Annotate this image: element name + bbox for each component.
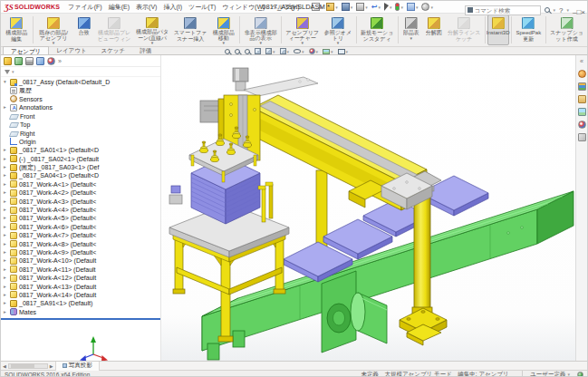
show-hidden-components-button[interactable]: 非表示構成部品の表示▾: [242, 14, 279, 45]
assembly-features-button[interactable]: アセンブリフィーチャー▾: [284, 14, 321, 45]
menu-item[interactable]: 編集(E): [109, 3, 130, 12]
tab-レイアウト[interactable]: レイアウト: [49, 46, 93, 54]
panel-splitter[interactable]: [1, 318, 160, 320]
tab-scrollbar[interactable]: [8, 363, 48, 369]
tree-item[interactable]: ▸0817_Work-A<14> (Default: [1, 291, 160, 299]
tree-item[interactable]: ▸0817_Work-A<10> (Default: [1, 256, 160, 265]
tree-item[interactable]: Origin: [1, 138, 160, 146]
tree-caret-icon[interactable]: ▸: [4, 248, 8, 256]
tree-caret-icon[interactable]: ▸: [4, 103, 8, 111]
rebuild-button[interactable]: ▾: [395, 3, 403, 11]
exploded-view-button[interactable]: 分解図: [423, 14, 445, 45]
tree-caret-icon[interactable]: ▸: [4, 198, 8, 206]
select-button[interactable]: ▾: [384, 3, 392, 11]
tree-caret-icon[interactable]: ▸: [4, 163, 8, 171]
mate-button[interactable]: 合致: [73, 14, 95, 45]
tree-item[interactable]: ▸_0817_SA01<1> (Default<D: [1, 146, 160, 154]
tree-item[interactable]: ▸Annotations: [1, 103, 160, 111]
tree-item[interactable]: ▸Mates: [1, 308, 160, 316]
new-motion-study-button[interactable]: 新規モーションスタディ: [359, 14, 396, 45]
tree-caret-icon[interactable]: ▸: [4, 291, 8, 299]
update-speedpak-button[interactable]: SpeedPak更新: [514, 14, 544, 45]
tree-item[interactable]: ▸(固定) _0817_SA03<1> (Def: [1, 163, 160, 171]
tree-item[interactable]: ▸0817_Work-A<11> (Default: [1, 266, 160, 274]
scroll-left-icon[interactable]: ◀: [3, 363, 6, 369]
menu-item[interactable]: 表示(V): [136, 3, 157, 12]
motion-study-tab[interactable]: 写真投影: [55, 362, 100, 371]
display-style-button[interactable]: ▾: [280, 48, 290, 54]
view-orientation-button[interactable]: ▾: [265, 48, 275, 54]
tree-filter[interactable]: ▾: [1, 67, 160, 77]
tree-caret-icon[interactable]: ▸: [4, 240, 8, 248]
help-dropdown-icon[interactable]: ▾: [567, 7, 570, 13]
previous-view-button[interactable]: [245, 49, 250, 54]
file-properties-button[interactable]: ▾: [407, 3, 419, 11]
tree-caret-icon[interactable]: ▸: [4, 274, 8, 282]
section-view-button[interactable]: [255, 48, 261, 54]
tree-item[interactable]: ▸0817_Work-A<4> (Default<: [1, 206, 160, 214]
tree-item[interactable]: ▸0817_Work-A<2> (Default<: [1, 188, 160, 197]
insert-components-button[interactable]: 既存の部品/アセンブリ▾: [35, 14, 72, 45]
tree-caret-icon[interactable]: ▸: [4, 299, 8, 307]
tree-caret-icon[interactable]: ▸: [4, 171, 8, 179]
menu-item[interactable]: 挿入(I): [163, 3, 182, 12]
unit-system-selector[interactable]: ユーザー定義 ▾: [522, 371, 570, 377]
tree-item[interactable]: 履歴: [1, 86, 160, 94]
search-icon[interactable]: [545, 7, 550, 13]
file-explorer-tab[interactable]: [578, 95, 586, 103]
tree-item[interactable]: ▸0817_Work-A<12> (Default: [1, 274, 160, 282]
reference-geometry-button[interactable]: 参照ジオメトリ▾: [322, 14, 354, 45]
collapse-taskpane-button[interactable]: «: [580, 58, 583, 65]
tree-caret-icon[interactable]: ▸: [4, 283, 8, 291]
tree-item[interactable]: ▸0817_Work-A<7> (Default<: [1, 231, 160, 239]
options-button[interactable]: ▾: [421, 3, 433, 11]
scroll-right-icon[interactable]: ▶: [50, 363, 53, 369]
featuremanager-tab[interactable]: [4, 57, 12, 65]
tree-item[interactable]: ▸0817_Work-A<6> (Default<: [1, 223, 160, 231]
custom-properties-tab[interactable]: [578, 133, 586, 141]
take-snapshot-button[interactable]: スナップショット作成: [548, 14, 585, 45]
tree-item[interactable]: Top: [1, 121, 160, 129]
tree-item[interactable]: ▾_0817_Assy (Default<Default_D: [1, 78, 160, 86]
tree-caret-icon[interactable]: ▸: [4, 188, 8, 197]
tree-caret-icon[interactable]: ▸: [4, 206, 8, 214]
view-palette-tab[interactable]: [578, 108, 586, 116]
design-library-tab[interactable]: [578, 82, 586, 91]
appearances-scenes-tab[interactable]: [578, 121, 586, 129]
tree-item[interactable]: Right: [1, 129, 160, 137]
menu-item[interactable]: ツール(T): [188, 3, 216, 12]
tree-item[interactable]: Sensors: [1, 95, 160, 103]
tree-caret-icon[interactable]: ▸: [4, 223, 8, 231]
tree-caret-icon[interactable]: ▸: [4, 266, 8, 274]
tab-評価[interactable]: 評価: [132, 46, 159, 54]
tab-アセンブリ[interactable]: アセンブリ: [3, 46, 49, 54]
smart-fasteners-button[interactable]: スマートファスナー挿入: [172, 14, 209, 45]
tab-スケッチ[interactable]: スケッチ: [94, 46, 133, 54]
move-component-button[interactable]: 構成部品移動▾: [210, 14, 238, 45]
instant3d-button[interactable]: Instant3D: [487, 14, 509, 45]
command-search-box[interactable]: [465, 5, 541, 15]
search-dropdown-icon[interactable]: ▾: [554, 7, 556, 13]
tree-caret-icon[interactable]: ▾: [4, 78, 8, 86]
tree-caret-icon[interactable]: ▸: [4, 180, 8, 188]
help-button[interactable]: ?: [559, 6, 563, 14]
print-button[interactable]: ▾: [356, 3, 368, 11]
panel-tab-overflow-icon[interactable]: »: [58, 57, 62, 65]
apply-scene-button[interactable]: ▾: [323, 49, 333, 54]
propertymanager-tab[interactable]: [14, 57, 23, 65]
edit-component-button[interactable]: 構成部品編集: [3, 14, 31, 45]
tab-scrollbar-thumb[interactable]: [11, 364, 34, 368]
status-tag-icon[interactable]: [577, 372, 583, 377]
tree-item[interactable]: ▸0817_Work-A<13> (Default: [1, 282, 160, 290]
edit-appearance-button[interactable]: ▾: [309, 48, 319, 54]
tree-item[interactable]: ▸0817_Work-A<5> (Default<: [1, 214, 160, 222]
displaymanager-tab[interactable]: [47, 57, 55, 65]
zoom-fit-button[interactable]: [225, 49, 230, 54]
zoom-area-button[interactable]: [235, 49, 240, 54]
tree-caret-icon[interactable]: ▸: [4, 231, 8, 239]
tree-item[interactable]: ▸_0817_SA04<1> (Default<D: [1, 171, 160, 179]
solidworks-resources-tab[interactable]: [578, 70, 586, 78]
tree-caret-icon[interactable]: ▸: [4, 214, 8, 222]
tree-caret-icon[interactable]: ▸: [4, 256, 8, 265]
tree-item[interactable]: ▸(-) _0817_SA02<1> (Default: [1, 155, 160, 163]
